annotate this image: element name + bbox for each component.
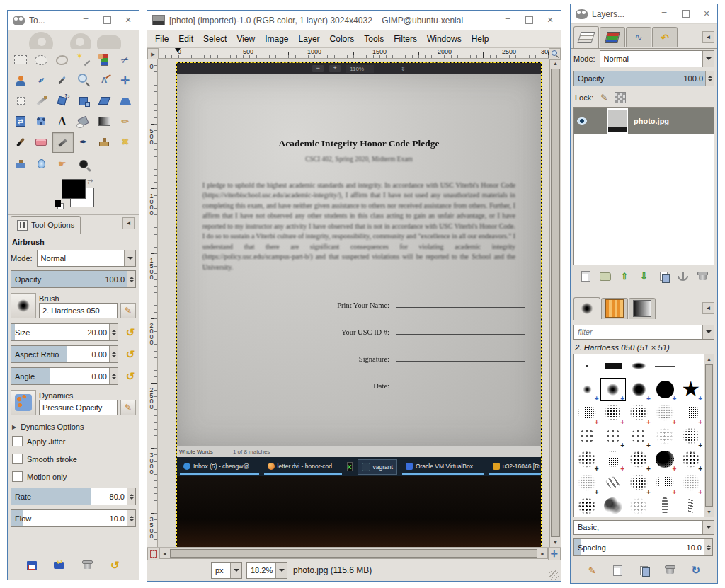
menu-file[interactable]: File [150,34,173,44]
flip-tool[interactable] [11,112,30,131]
menu-view[interactable]: View [232,34,260,44]
close-button[interactable] [118,11,139,30]
rectangle-select-tool[interactable] [11,50,30,69]
restore-options-button[interactable] [52,558,67,572]
angle-slider[interactable]: Angle 0.00 [11,367,118,385]
default-colors-icon[interactable] [55,200,61,207]
brush-block[interactable] [600,354,627,378]
edit-brush-button[interactable] [120,303,136,318]
text-tool[interactable] [52,112,72,131]
scrollbar-thumb[interactable] [705,364,713,507]
delete-brush-button[interactable] [662,563,678,577]
edit-brush-button[interactable] [584,563,600,577]
fuzzy-select-tool[interactable] [74,50,93,69]
brush-tex-d[interactable] [574,471,600,495]
anchor-layer-button[interactable] [675,270,691,284]
tab-layers[interactable] [573,26,599,48]
crop-tool[interactable] [31,91,51,110]
brush-tex-b[interactable] [600,401,627,425]
brush-circle[interactable] [652,378,678,401]
tab-gradients[interactable] [629,298,656,319]
reset-aspect-icon[interactable] [123,347,137,362]
brush-tex-a[interactable] [652,471,678,495]
vertical-scrollbar[interactable]: ▲ ▼ [549,59,561,547]
pencil-tool[interactable] [115,112,135,131]
duplicate-brush-button[interactable] [636,563,651,577]
dynamics-name-entry[interactable]: Pressure Opacity [39,400,118,415]
brush-tex-light[interactable] [626,495,652,517]
brush-tex-sticks[interactable] [600,471,627,495]
foreground-select-tool[interactable] [11,71,30,90]
scroll-right-icon[interactable]: ► [538,548,547,558]
scrollbar-thumb[interactable] [170,549,537,558]
horizontal-ruler[interactable]: 0 500 1000 1500 2000 2500 300 [159,48,549,59]
color-picker-tool[interactable] [52,71,72,90]
brush-tex-d[interactable] [678,471,704,495]
reset-angle-icon[interactable] [123,369,137,384]
brush-tex-d[interactable] [652,401,678,425]
aspect-ratio-slider[interactable]: Aspect Ratio 0.00 [11,345,118,363]
maximize-button[interactable] [518,11,540,30]
spinner[interactable] [127,271,135,287]
brush-tex-sparse[interactable] [600,425,627,448]
brush-fuzzy-s[interactable] [574,378,600,401]
layer-row-selected[interactable]: photo.jpg [574,108,714,134]
rotate-tool[interactable] [52,91,72,110]
tab-patterns[interactable] [601,298,628,319]
brush-tex-b[interactable] [626,471,652,495]
menu-image[interactable]: Image [260,34,293,44]
brush-tex-b[interactable] [626,401,652,425]
scroll-left-icon[interactable]: ◄ [160,548,169,558]
scroll-down-icon[interactable]: ▼ [550,538,561,547]
layer-opacity-slider[interactable]: Opacity 100.0 [573,71,714,86]
menu-tools[interactable]: Tools [359,34,389,44]
scrollbar-thumb[interactable] [551,69,560,537]
edit-dynamics-button[interactable] [120,400,136,415]
menu-help[interactable]: Help [467,34,494,44]
lock-pixels-icon[interactable] [600,93,607,103]
blur-sharpen-tool[interactable] [31,154,51,173]
menu-select[interactable]: Select [198,34,232,44]
unit-dropdown[interactable]: px [211,562,242,579]
perspective-clone-tool[interactable] [11,154,30,173]
delete-options-button[interactable] [79,558,95,572]
brush-tex-c[interactable] [574,448,600,471]
lock-alpha-icon[interactable] [615,92,626,103]
brush-star[interactable] [678,378,704,401]
brush-tex-a[interactable] [678,401,704,425]
brush-tex-a[interactable] [574,401,600,425]
panel-menu-button[interactable] [702,31,714,43]
delete-layer-button[interactable] [695,270,710,284]
vertical-ruler[interactable]: 0 500 1000 1500 2000 2500 3000 3500 [147,59,158,547]
brush-filter-input[interactable]: filter [573,325,714,340]
spinner[interactable] [127,488,135,505]
canvas-area[interactable]: − + 110% ⇕ Academic Integrity Honor Code… [158,59,549,547]
horizontal-scrollbar[interactable]: ◄ ► [159,548,548,559]
brush-tex-sparse[interactable] [626,425,652,448]
swap-colors-icon[interactable]: ⇄ [87,178,93,185]
reset-size-icon[interactable] [123,325,137,340]
close-button[interactable] [696,4,717,23]
spacing-slider[interactable]: Spacing 10.0 [573,538,713,556]
menu-colors[interactable]: Colors [325,34,360,44]
spinner[interactable] [704,539,712,555]
brush-tex-b[interactable] [678,425,704,448]
select-by-color-tool[interactable] [94,50,114,69]
opacity-slider[interactable]: Opacity 100.0 [11,270,136,288]
free-select-tool[interactable] [52,50,72,69]
brush-scrollbar[interactable]: ▲ ▼ [704,354,714,517]
move-tool[interactable] [115,71,135,90]
eraser-tool[interactable] [31,132,51,151]
smudge-tool[interactable] [52,154,72,173]
raise-layer-button[interactable] [617,270,632,284]
menu-windows[interactable]: Windows [422,34,467,44]
maximize-button[interactable] [96,11,118,30]
reset-options-button[interactable] [107,558,122,572]
scroll-down-icon[interactable]: ▼ [704,507,714,517]
smooth-stroke-checkbox[interactable]: Smooth stroke [12,454,135,464]
motion-only-checkbox[interactable]: Motion only [12,471,135,482]
rate-slider[interactable]: Rate 80.0 [11,488,136,505]
lower-layer-button[interactable] [636,270,652,284]
brush-fuzzy-m[interactable] [600,378,627,401]
paint-mode-dropdown[interactable]: Normal [37,250,136,267]
